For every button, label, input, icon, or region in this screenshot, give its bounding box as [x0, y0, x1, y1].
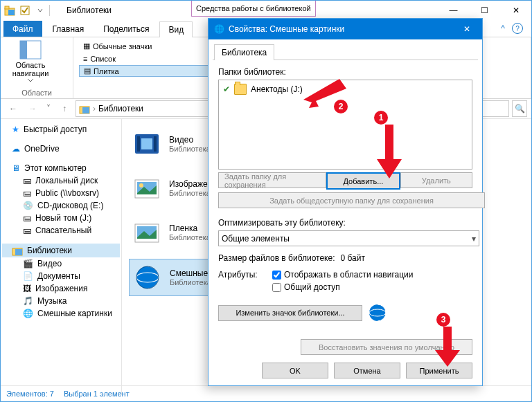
breadcrumb[interactable]: Библиотеки: [98, 104, 143, 113]
status-item-count: Элементов: 7: [6, 390, 54, 398]
star-icon: ★: [12, 125, 19, 134]
nav-lib-pictures[interactable]: 🖼Изображения: [2, 282, 120, 295]
up-button[interactable]: ↑: [56, 100, 73, 117]
nav-lib-music[interactable]: 🎵Музыка: [2, 295, 120, 307]
tile-icon: ▤: [84, 66, 91, 75]
svg-marker-25: [377, 125, 402, 179]
cd-icon: 💿: [23, 201, 33, 210]
ribbon-collapse-icon[interactable]: ^: [501, 24, 505, 33]
optimize-label: Оптимизировать эту библиотеку:: [218, 218, 472, 228]
nav-cd-drive[interactable]: 💿CD-дисковод (E:): [2, 199, 120, 212]
pictures-icon: 🖼: [23, 284, 31, 293]
dialog-title: Свойства: Смешные картинки: [229, 24, 344, 34]
nav-this-pc[interactable]: 🖥Этот компьютер: [2, 162, 120, 174]
set-save-folder-button: Задать папку для сохранения: [218, 172, 326, 188]
music-icon: 🎵: [23, 296, 33, 306]
pc-icon: 🖥: [12, 163, 20, 173]
app-icon: [3, 4, 16, 17]
cancel-button[interactable]: Отмена: [334, 363, 400, 378]
nav-lib-video[interactable]: 🎬Видео: [2, 257, 120, 270]
annotation-marker-3: 3: [436, 313, 450, 327]
qat-dropdown-icon[interactable]: [34, 4, 46, 17]
video-library-icon: [133, 130, 161, 158]
svg-rect-12: [154, 136, 157, 152]
size-value: 0 байт: [341, 253, 365, 263]
funny-library-icon: [134, 264, 161, 291]
minimize-button[interactable]: —: [438, 1, 469, 20]
svg-rect-5: [20, 41, 27, 59]
change-icon-button[interactable]: Изменить значок библиотеки...: [218, 305, 362, 321]
svg-rect-9: [15, 249, 22, 255]
nav-pane-icon: [19, 40, 42, 60]
disk-icon: 🖴: [23, 226, 31, 235]
disk-icon: 🖴: [23, 176, 31, 185]
contextual-tab-title: Средства работы с библиотекой: [191, 1, 316, 17]
icons-icon: ▦: [83, 42, 90, 51]
nav-rescue[interactable]: 🖴Спасательный: [2, 224, 120, 237]
back-button[interactable]: ←: [5, 100, 21, 117]
status-selection: Выбран 1 элемент: [64, 390, 130, 398]
set-public-save-folder-button: Задать общедоступную папку для сохранени…: [218, 192, 485, 208]
maximize-button[interactable]: ☐: [469, 1, 500, 20]
nav-lib-documents[interactable]: 📄Документы: [2, 270, 120, 282]
shared-access-checkbox[interactable]: Общий доступ: [272, 282, 413, 292]
dialog-close-button[interactable]: ✕: [457, 24, 477, 34]
remove-folder-button: Удалить: [400, 172, 472, 188]
search-box[interactable]: 🔍: [512, 100, 527, 117]
chevron-down-icon: ▾: [472, 234, 476, 244]
dialog-titlebar[interactable]: 🌐Свойства: Смешные картинки ✕: [209, 19, 482, 39]
show-in-nav-pane-checkbox[interactable]: Отображать в области навигации: [272, 270, 413, 280]
network-drive-icon: 🖴: [23, 188, 31, 198]
list-icon: ≡: [83, 55, 87, 63]
window-title: Библиотеки: [66, 6, 112, 15]
ok-button[interactable]: OK: [262, 363, 328, 378]
globe-icon: 🌐: [214, 24, 224, 34]
size-label: Размер файлов в библиотеке:: [218, 253, 335, 263]
svg-point-16: [139, 183, 143, 188]
title-bar: Библиотеки Средства работы с библиотекой…: [1, 1, 531, 20]
folder-icon: [234, 84, 247, 95]
nav-pane-button[interactable]: Область навигации: [6, 40, 55, 82]
check-icon: ✔: [223, 84, 230, 94]
svg-rect-2: [8, 10, 15, 15]
search-icon: 🔍: [515, 104, 525, 113]
svg-rect-13: [141, 138, 152, 149]
tab-share[interactable]: Поделиться: [94, 21, 158, 37]
video-icon: 🎬: [23, 259, 33, 268]
nav-local-disk[interactable]: 🖴Локальный диск: [2, 174, 120, 187]
libraries-icon: [12, 245, 23, 256]
qat-checkbox-icon[interactable]: [19, 4, 31, 17]
annotation-marker-2: 2: [334, 100, 348, 113]
forward-button[interactable]: →: [24, 100, 41, 117]
nav-onedrive[interactable]: ☁OneDrive: [2, 143, 120, 155]
nav-libraries[interactable]: Библиотеки: [2, 244, 120, 257]
svg-rect-7: [82, 107, 89, 113]
nav-lib-funny[interactable]: 🌐Смешные картинки: [2, 307, 120, 320]
tab-library[interactable]: Библиотека: [214, 44, 274, 60]
nav-new-volume[interactable]: 🖴Новый том (J:): [2, 212, 120, 224]
chevron-down-icon: [28, 79, 33, 82]
folder-buttons-row: Задать папку для сохранения Добавить... …: [218, 172, 472, 190]
film-library-icon: [133, 219, 161, 246]
disk-icon: 🖴: [23, 213, 31, 223]
svg-rect-11: [137, 136, 140, 152]
help-icon[interactable]: ?: [512, 23, 523, 34]
status-bar: Элементов: 7 Выбран 1 элемент: [1, 385, 531, 401]
recent-dropdown[interactable]: ˅: [44, 100, 53, 117]
svg-marker-26: [435, 327, 460, 367]
ribbon-group-areas: Области: [6, 89, 67, 97]
folders-label: Папки библиотек:: [218, 67, 472, 77]
tab-home[interactable]: Главная: [44, 21, 94, 37]
nav-quick-access[interactable]: ★Быстрый доступ: [2, 123, 120, 136]
cloud-icon: ☁: [12, 144, 20, 154]
annotation-arrow-1: [375, 125, 403, 180]
optimize-select[interactable]: Общие элементы▾: [218, 230, 479, 246]
close-button[interactable]: ✕: [500, 1, 531, 20]
tab-file[interactable]: Файл: [3, 21, 42, 37]
navigation-pane: ★Быстрый доступ ☁OneDrive 🖥Этот компьюте…: [1, 119, 122, 395]
attributes-label: Атрибуты:: [218, 270, 267, 280]
pictures-library-icon: [133, 174, 161, 202]
nav-public-share[interactable]: 🖴Public (\\vboxsrv): [2, 187, 120, 199]
tab-view[interactable]: Вид: [159, 21, 193, 37]
svg-rect-1: [5, 6, 9, 9]
